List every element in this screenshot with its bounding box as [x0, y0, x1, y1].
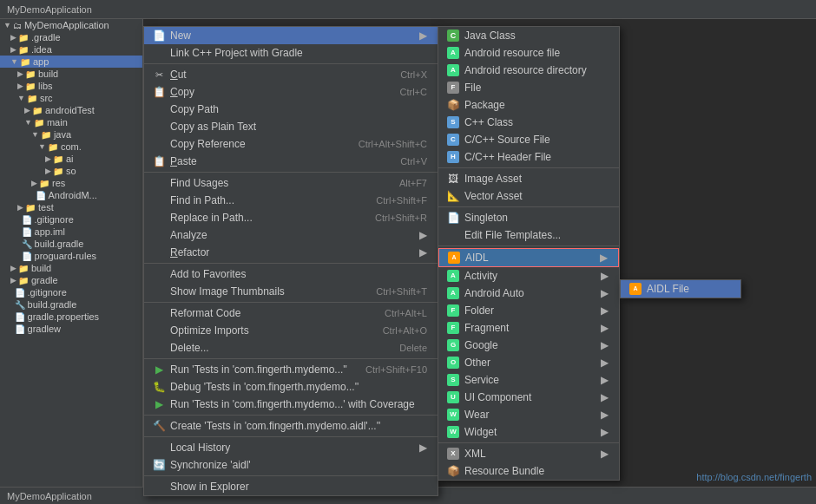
- tree-item-app[interactable]: ▼ 📁 app: [0, 56, 142, 68]
- tree-item[interactable]: ▶ 📁 androidTest: [0, 104, 142, 116]
- menu-item-run-tests[interactable]: ▶ Run 'Tests in 'com.fingerth.mydemo...'…: [144, 361, 438, 378]
- tree-item[interactable]: ▶ 📁 ai: [0, 153, 142, 165]
- tree-label: app.iml: [35, 226, 65, 237]
- tree-item[interactable]: ▶ 📁 res: [0, 177, 142, 189]
- menu-item-reformat[interactable]: Reformat Code Ctrl+Alt+L: [144, 304, 438, 322]
- menu-item-local-history[interactable]: Local History ▶: [144, 439, 438, 456]
- menu-item-optimize[interactable]: Optimize Imports Ctrl+Alt+O: [144, 322, 438, 339]
- tree-item[interactable]: ▶ 📁 .gradle: [0, 31, 142, 43]
- menu-item-analyze[interactable]: Analyze ▶: [144, 226, 438, 244]
- menu-item-ui-component[interactable]: U UI Component ▶: [438, 389, 619, 406]
- context-menu-main[interactable]: 📄 New ▶ Link C++ Project with Gradle ✂ C…: [143, 26, 438, 496]
- menu-item-paste[interactable]: 📋 Paste Ctrl+V: [144, 153, 438, 170]
- tree-item[interactable]: 🔧 build.gradle: [0, 298, 142, 311]
- cpp-source-icon: C: [445, 134, 461, 146]
- menu-item-fragment[interactable]: F Fragment ▶: [438, 319, 619, 337]
- menu-item-cut[interactable]: ✂ Cut Ctrl+X: [144, 66, 438, 83]
- tree-item[interactable]: 📄 proguard-rules: [0, 250, 142, 262]
- menu-item-java-class[interactable]: C Java Class: [438, 27, 619, 44]
- menu-item-android-resource-dir[interactable]: A Android resource directory: [438, 62, 619, 79]
- menu-item-xml[interactable]: X XML ▶: [438, 445, 619, 462]
- menu-item-file[interactable]: F File: [438, 79, 619, 96]
- menu-item-cpp-source[interactable]: C C/C++ Source File: [438, 131, 619, 148]
- menu-label: AIDL File: [647, 283, 689, 295]
- tree-item[interactable]: ▶ 📁 gradle: [0, 274, 142, 286]
- tree-item[interactable]: 📄 AndroidM...: [0, 189, 142, 201]
- tree-label: .gitignore: [35, 214, 74, 225]
- menu-item-run-coverage[interactable]: ▶ Run 'Tests in 'com.fingerth.mydemo...'…: [144, 396, 438, 413]
- tree-label: MyDemoApplication: [24, 20, 109, 30]
- menu-item-find-path[interactable]: Find in Path... Ctrl+Shift+F: [144, 192, 438, 209]
- service-icon: S: [445, 374, 461, 386]
- shortcut-label: Ctrl+Alt+Shift+C: [341, 139, 427, 149]
- tree-label: build: [38, 69, 58, 79]
- menu-item-new[interactable]: 📄 New ▶: [144, 27, 438, 44]
- menu-item-copy-plain[interactable]: Copy as Plain Text: [144, 118, 438, 135]
- shortcut-label: Ctrl+Alt+L: [367, 308, 427, 318]
- menu-item-activity[interactable]: A Activity ▶: [438, 267, 619, 285]
- menu-item-folder[interactable]: F Folder ▶: [438, 302, 619, 319]
- menu-item-copy-path[interactable]: Copy Path: [144, 101, 438, 118]
- menu-item-delete[interactable]: Delete... Delete: [144, 339, 438, 357]
- package-icon: 📦: [445, 99, 461, 111]
- menu-item-find-usages[interactable]: Find Usages Alt+F7: [144, 174, 438, 192]
- menu-item-cpp-header[interactable]: H C/C++ Header File: [438, 148, 619, 166]
- watermark: http://blog.csdn.net/fingerth: [696, 472, 812, 482]
- tree-arrow: ▼: [3, 21, 11, 29]
- menu-item-android-resource-file[interactable]: A Android resource file: [438, 44, 619, 62]
- tree-item[interactable]: ▼ 📁 main: [0, 116, 142, 128]
- tree-item[interactable]: 📄 .gitignore: [0, 286, 142, 298]
- tree-item[interactable]: ▶ 📁 build: [0, 262, 142, 274]
- singleton-icon: 📄: [445, 212, 461, 224]
- menu-item-aidl[interactable]: A AIDL ▶: [438, 248, 619, 267]
- tree-item[interactable]: ▶ 📁 build: [0, 68, 142, 80]
- menu-item-add-favorites[interactable]: Add to Favorites: [144, 265, 438, 283]
- menu-item-edit-templates[interactable]: Edit File Templates...: [438, 226, 619, 244]
- menu-item-resource-bundle[interactable]: 📦 Resource Bundle: [438, 462, 619, 480]
- menu-label: Resource Bundle: [464, 465, 544, 477]
- menu-item-copy[interactable]: 📋 Copy Ctrl+C: [144, 83, 438, 101]
- menu-label: Analyze: [170, 229, 207, 241]
- tree-item[interactable]: ▼ 🗂 MyDemoApplication: [0, 19, 142, 31]
- menu-item-show-explorer[interactable]: Show in Explorer: [144, 478, 438, 495]
- menu-item-link-cpp[interactable]: Link C++ Project with Gradle: [144, 44, 438, 62]
- menu-item-wear[interactable]: W Wear ▶: [438, 406, 619, 423]
- menu-item-refactor[interactable]: Refactor ▶: [144, 244, 438, 261]
- tree-item[interactable]: 📄 app.iml: [0, 226, 142, 238]
- tree-item[interactable]: ▶ 📁 .idea: [0, 43, 142, 56]
- menu-item-aidl-file[interactable]: A AIDL File: [621, 280, 740, 298]
- menu-item-vector-asset[interactable]: 📐 Vector Asset: [438, 187, 619, 205]
- menu-item-android-auto[interactable]: A Android Auto ▶: [438, 285, 619, 302]
- app-title: MyDemoApplication: [7, 4, 92, 15]
- menu-item-image-thumbnails[interactable]: Show Image Thumbnails Ctrl+Shift+T: [144, 283, 438, 300]
- tree-item[interactable]: ▶ 📁 libs: [0, 80, 142, 92]
- menu-item-other[interactable]: O Other ▶: [438, 354, 619, 371]
- menu-item-create-tests[interactable]: 🔨 Create 'Tests in 'com.fingerth.mydemo.…: [144, 417, 438, 435]
- tree-item[interactable]: ▼ 📁 com.: [0, 141, 142, 153]
- tree-item[interactable]: ▶ 📁 so: [0, 165, 142, 177]
- menu-item-copy-ref[interactable]: Copy Reference Ctrl+Alt+Shift+C: [144, 135, 438, 153]
- menu-item-replace-path[interactable]: Replace in Path... Ctrl+Shift+R: [144, 209, 438, 226]
- submenu-new[interactable]: C Java Class A Android resource file A A…: [438, 26, 620, 481]
- project-tree[interactable]: ▼ 🗂 MyDemoApplication ▶ 📁 .gradle ▶ 📁 .i…: [0, 19, 143, 487]
- menu-label: C/C++ Source File: [464, 134, 550, 146]
- menu-item-widget[interactable]: W Widget ▶: [438, 423, 619, 441]
- menu-item-package[interactable]: 📦 Package: [438, 96, 619, 114]
- tree-item[interactable]: ▶ 📁 test: [0, 201, 142, 213]
- tree-item[interactable]: 📄 gradle.properties: [0, 311, 142, 323]
- menu-item-singleton[interactable]: 📄 Singleton: [438, 209, 619, 226]
- tree-item[interactable]: ▼ 📁 java: [0, 128, 142, 141]
- menu-item-sync[interactable]: 🔄 Synchronize 'aidl': [144, 456, 438, 474]
- tree-item[interactable]: 📄 .gitignore: [0, 213, 142, 226]
- tree-item[interactable]: ▼ 📁 src: [0, 92, 142, 104]
- submenu-aidl[interactable]: A AIDL File: [620, 279, 741, 298]
- menu-item-service[interactable]: S Service ▶: [438, 371, 619, 389]
- menu-item-image-asset[interactable]: 🖼 Image Asset: [438, 170, 619, 187]
- menu-item-debug-tests[interactable]: 🐛 Debug 'Tests in 'com.fingerth.mydemo..…: [144, 378, 438, 396]
- tree-item[interactable]: 🔧 build.gradle: [0, 238, 142, 250]
- menu-item-google[interactable]: G Google ▶: [438, 337, 619, 354]
- tree-item[interactable]: 📄 gradlew: [0, 323, 142, 335]
- menu-item-cpp-class[interactable]: S C++ Class: [438, 114, 619, 131]
- menu-label: Singleton: [464, 212, 508, 224]
- submenu-arrow: ▶: [419, 442, 427, 454]
